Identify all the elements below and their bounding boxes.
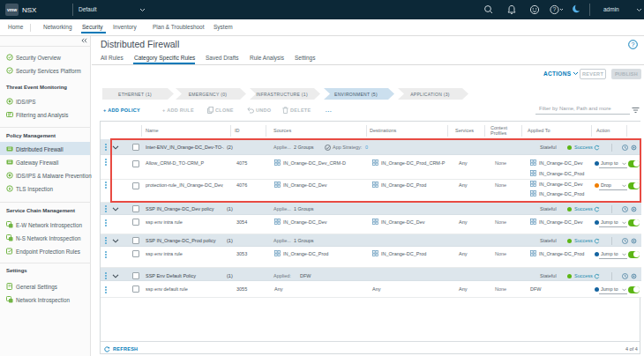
svg-text:?: ?: [632, 41, 635, 48]
svg-text:?: ?: [553, 6, 557, 12]
